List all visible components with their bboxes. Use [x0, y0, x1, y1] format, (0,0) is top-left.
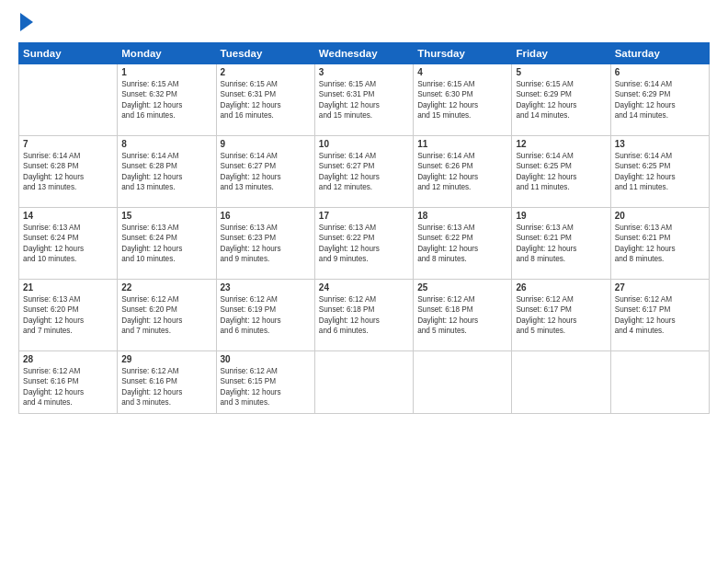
weekday-header-monday: Monday: [118, 43, 216, 64]
logo-icon: [20, 13, 33, 35]
day-number: 9: [221, 139, 311, 149]
day-info: Sunrise: 6:14 AM Sunset: 6:27 PM Dayligh…: [221, 151, 311, 193]
day-info: Sunrise: 6:12 AM Sunset: 6:18 PM Dayligh…: [319, 294, 409, 337]
day-cell: 6Sunrise: 6:14 AM Sunset: 6:29 PM Daylig…: [610, 64, 709, 136]
day-info: Sunrise: 6:13 AM Sunset: 6:22 PM Dayligh…: [417, 223, 507, 265]
day-number: 27: [615, 282, 705, 293]
day-number: 22: [121, 282, 211, 293]
day-number: 19: [516, 211, 606, 221]
day-info: Sunrise: 6:12 AM Sunset: 6:15 PM Dayligh…: [221, 366, 311, 408]
weekday-header-tuesday: Tuesday: [216, 43, 314, 64]
day-cell: 20Sunrise: 6:13 AM Sunset: 6:21 PM Dayli…: [610, 208, 709, 280]
logo: [18, 15, 33, 35]
day-number: 5: [516, 67, 606, 77]
day-cell: 13Sunrise: 6:14 AM Sunset: 6:25 PM Dayli…: [610, 136, 709, 208]
day-info: Sunrise: 6:14 AM Sunset: 6:25 PM Dayligh…: [516, 151, 606, 193]
day-info: Sunrise: 6:12 AM Sunset: 6:17 PM Dayligh…: [516, 294, 606, 337]
weekday-header-wednesday: Wednesday: [314, 43, 413, 64]
day-cell: 30Sunrise: 6:12 AM Sunset: 6:15 PM Dayli…: [216, 351, 314, 414]
day-number: 28: [23, 354, 113, 364]
week-row-4: 21Sunrise: 6:13 AM Sunset: 6:20 PM Dayli…: [19, 280, 710, 351]
weekday-header-sunday: Sunday: [19, 43, 118, 64]
day-info: Sunrise: 6:13 AM Sunset: 6:23 PM Dayligh…: [221, 223, 311, 265]
day-info: Sunrise: 6:15 AM Sunset: 6:32 PM Dayligh…: [121, 79, 211, 121]
day-cell: 3Sunrise: 6:15 AM Sunset: 6:31 PM Daylig…: [314, 64, 413, 136]
header: [18, 15, 710, 35]
day-cell: 29Sunrise: 6:12 AM Sunset: 6:16 PM Dayli…: [118, 351, 216, 414]
day-number: 30: [221, 354, 311, 364]
day-cell: 17Sunrise: 6:13 AM Sunset: 6:22 PM Dayli…: [314, 208, 413, 280]
day-info: Sunrise: 6:15 AM Sunset: 6:29 PM Dayligh…: [516, 79, 606, 121]
day-info: Sunrise: 6:12 AM Sunset: 6:18 PM Dayligh…: [417, 294, 507, 337]
day-cell: 23Sunrise: 6:12 AM Sunset: 6:19 PM Dayli…: [216, 280, 314, 351]
day-number: 29: [121, 354, 211, 364]
day-info: Sunrise: 6:14 AM Sunset: 6:25 PM Dayligh…: [615, 151, 705, 193]
week-row-5: 28Sunrise: 6:12 AM Sunset: 6:16 PM Dayli…: [19, 351, 710, 414]
weekday-header-friday: Friday: [512, 43, 610, 64]
day-info: Sunrise: 6:15 AM Sunset: 6:31 PM Dayligh…: [221, 79, 311, 121]
week-row-2: 7Sunrise: 6:14 AM Sunset: 6:28 PM Daylig…: [19, 136, 710, 208]
day-number: 13: [615, 139, 705, 149]
day-cell: 24Sunrise: 6:12 AM Sunset: 6:18 PM Dayli…: [314, 280, 413, 351]
day-info: Sunrise: 6:12 AM Sunset: 6:20 PM Dayligh…: [121, 294, 211, 337]
weekday-header-saturday: Saturday: [610, 43, 709, 64]
day-cell: 4Sunrise: 6:15 AM Sunset: 6:30 PM Daylig…: [414, 64, 512, 136]
day-number: 25: [417, 282, 507, 293]
day-cell: 12Sunrise: 6:14 AM Sunset: 6:25 PM Dayli…: [512, 136, 610, 208]
day-cell: 26Sunrise: 6:12 AM Sunset: 6:17 PM Dayli…: [512, 280, 610, 351]
day-cell: 5Sunrise: 6:15 AM Sunset: 6:29 PM Daylig…: [512, 64, 610, 136]
day-number: 24: [319, 282, 409, 293]
day-info: Sunrise: 6:13 AM Sunset: 6:20 PM Dayligh…: [23, 294, 113, 337]
day-info: Sunrise: 6:13 AM Sunset: 6:22 PM Dayligh…: [319, 223, 409, 265]
day-info: Sunrise: 6:14 AM Sunset: 6:28 PM Dayligh…: [23, 151, 113, 193]
day-cell: 25Sunrise: 6:12 AM Sunset: 6:18 PM Dayli…: [414, 280, 512, 351]
day-cell: [610, 351, 709, 414]
day-info: Sunrise: 6:14 AM Sunset: 6:29 PM Dayligh…: [615, 79, 705, 121]
weekday-header-row: SundayMondayTuesdayWednesdayThursdayFrid…: [19, 43, 710, 64]
day-info: Sunrise: 6:13 AM Sunset: 6:21 PM Dayligh…: [615, 223, 705, 265]
weekday-header-thursday: Thursday: [414, 43, 512, 64]
day-cell: 15Sunrise: 6:13 AM Sunset: 6:24 PM Dayli…: [118, 208, 216, 280]
day-number: 4: [417, 67, 507, 77]
day-number: 18: [417, 211, 507, 221]
day-number: 16: [221, 211, 311, 221]
day-cell: 18Sunrise: 6:13 AM Sunset: 6:22 PM Dayli…: [414, 208, 512, 280]
day-cell: 1Sunrise: 6:15 AM Sunset: 6:32 PM Daylig…: [118, 64, 216, 136]
day-info: Sunrise: 6:12 AM Sunset: 6:17 PM Dayligh…: [615, 294, 705, 337]
day-info: Sunrise: 6:14 AM Sunset: 6:27 PM Dayligh…: [319, 151, 409, 193]
day-number: 7: [23, 139, 113, 149]
day-number: 26: [516, 282, 606, 293]
day-info: Sunrise: 6:13 AM Sunset: 6:24 PM Dayligh…: [23, 223, 113, 265]
day-number: 11: [417, 139, 507, 149]
day-cell: 9Sunrise: 6:14 AM Sunset: 6:27 PM Daylig…: [216, 136, 314, 208]
day-cell: 22Sunrise: 6:12 AM Sunset: 6:20 PM Dayli…: [118, 280, 216, 351]
day-cell: 2Sunrise: 6:15 AM Sunset: 6:31 PM Daylig…: [216, 64, 314, 136]
day-number: 20: [615, 211, 705, 221]
day-cell: 16Sunrise: 6:13 AM Sunset: 6:23 PM Dayli…: [216, 208, 314, 280]
calendar-page: SundayMondayTuesdayWednesdayThursdayFrid…: [0, 0, 728, 563]
day-cell: [414, 351, 512, 414]
week-row-3: 14Sunrise: 6:13 AM Sunset: 6:24 PM Dayli…: [19, 208, 710, 280]
day-info: Sunrise: 6:12 AM Sunset: 6:16 PM Dayligh…: [121, 366, 211, 408]
day-cell: [314, 351, 413, 414]
day-number: 2: [221, 67, 311, 77]
day-cell: [19, 64, 118, 136]
day-number: 12: [516, 139, 606, 149]
day-cell: 19Sunrise: 6:13 AM Sunset: 6:21 PM Dayli…: [512, 208, 610, 280]
day-number: 21: [23, 282, 113, 293]
day-cell: [512, 351, 610, 414]
day-info: Sunrise: 6:13 AM Sunset: 6:24 PM Dayligh…: [121, 223, 211, 265]
day-cell: 7Sunrise: 6:14 AM Sunset: 6:28 PM Daylig…: [19, 136, 118, 208]
day-cell: 10Sunrise: 6:14 AM Sunset: 6:27 PM Dayli…: [314, 136, 413, 208]
day-number: 1: [121, 67, 211, 77]
day-number: 23: [221, 282, 311, 293]
day-info: Sunrise: 6:15 AM Sunset: 6:30 PM Dayligh…: [417, 79, 507, 121]
day-number: 14: [23, 211, 113, 221]
day-info: Sunrise: 6:12 AM Sunset: 6:19 PM Dayligh…: [221, 294, 311, 337]
day-number: 10: [319, 139, 409, 149]
day-info: Sunrise: 6:13 AM Sunset: 6:21 PM Dayligh…: [516, 223, 606, 265]
day-cell: 21Sunrise: 6:13 AM Sunset: 6:20 PM Dayli…: [19, 280, 118, 351]
day-info: Sunrise: 6:14 AM Sunset: 6:28 PM Dayligh…: [121, 151, 211, 193]
day-number: 15: [121, 211, 211, 221]
svg-marker-0: [20, 13, 33, 31]
